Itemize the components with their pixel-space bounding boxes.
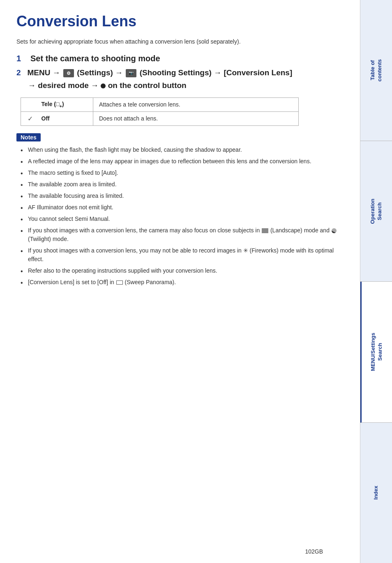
step-2-settings-text: (Settings) → bbox=[77, 68, 125, 77]
step-2-number: 2 bbox=[16, 68, 21, 77]
note-item: You cannot select Semi Manual. bbox=[21, 215, 344, 223]
landscape-icon bbox=[262, 228, 268, 233]
option-table: Tele (□+) Attaches a tele conversion len… bbox=[21, 97, 299, 126]
step-2-shooting-text: (Shooting Settings) → [Conversion Lens] bbox=[140, 68, 293, 77]
sidebar-tab-menu-settings-search[interactable]: MENU/SettingsSearch bbox=[360, 282, 392, 423]
table-row: ✓ Off Does not attach a lens. bbox=[21, 111, 299, 125]
off-label: Off bbox=[36, 111, 93, 125]
notes-header: Notes bbox=[16, 133, 41, 141]
step-2-line2: → desired mode → on the control button bbox=[28, 79, 344, 92]
shooting-settings-icon: 📷 bbox=[126, 69, 136, 77]
note-item: The available zoom area is limited. bbox=[21, 180, 344, 189]
sidebar-tab-label: Index bbox=[373, 486, 380, 500]
checkmark-icon: ✓ bbox=[28, 115, 33, 122]
step-1-number: 1 bbox=[16, 54, 28, 63]
note-item: [Conversion Lens] is set to [Off] in (Sw… bbox=[21, 278, 344, 287]
notes-section: Notes When using the flash, the flash li… bbox=[16, 133, 344, 287]
sidebar-tab-label: Table ofcontents bbox=[369, 59, 383, 81]
notes-list: When using the flash, the flash light ma… bbox=[21, 146, 344, 287]
sweep-panorama-icon bbox=[116, 280, 123, 285]
note-item: When using the flash, the flash light ma… bbox=[21, 146, 344, 154]
note-item: The macro setting is fixed to [Auto]. bbox=[21, 169, 344, 177]
circle-icon bbox=[101, 83, 106, 88]
step-2: 2 MENU → ⚙ (Settings) → 📷 (Shooting Sett… bbox=[16, 67, 344, 92]
step-1-text: Set the camera to shooting mode bbox=[30, 54, 160, 63]
note-item: The available focusing area is limited. bbox=[21, 192, 344, 200]
sidebar-tab-label: OperationSearch bbox=[369, 199, 383, 224]
note-item: If you shoot images with a conversion le… bbox=[21, 226, 344, 243]
off-description: Does not attach a lens. bbox=[93, 111, 299, 125]
main-content: Conversion Lens Sets for achieving appro… bbox=[0, 0, 360, 563]
step-2-line1: 2 MENU → ⚙ (Settings) → 📷 (Shooting Sett… bbox=[16, 67, 344, 79]
step-2-menu: MENU → bbox=[27, 68, 62, 77]
sidebar-tab-index[interactable]: Index bbox=[360, 423, 392, 563]
intro-text: Sets for achieving appropriate focus whe… bbox=[16, 38, 344, 45]
note-item: A reflected image of the lens may appear… bbox=[21, 157, 344, 166]
note-item: If you shoot images with a conversion le… bbox=[21, 246, 344, 264]
off-icon-cell: ✓ bbox=[21, 111, 36, 125]
sidebar: Table ofcontents OperationSearch MENU/Se… bbox=[360, 0, 392, 563]
note-item: AF Illuminator does not emit light. bbox=[21, 203, 344, 212]
tele-description: Attaches a tele conversion lens. bbox=[93, 97, 299, 111]
tele-label: Tele (□+) bbox=[36, 97, 93, 111]
page-title: Conversion Lens bbox=[16, 12, 344, 30]
tele-icon-cell bbox=[21, 97, 36, 111]
table-row: Tele (□+) Attaches a tele conversion len… bbox=[21, 97, 299, 111]
sidebar-tab-label: MENU/SettingsSearch bbox=[370, 333, 384, 371]
settings-icon: ⚙ bbox=[63, 69, 74, 77]
sidebar-tab-table-of-contents[interactable]: Table ofcontents bbox=[360, 0, 392, 141]
step-1: 1 Set the camera to shooting mode bbox=[16, 54, 344, 63]
sidebar-tab-operation-search[interactable]: OperationSearch bbox=[360, 141, 392, 282]
note-item: Refer also to the operating instructions… bbox=[21, 266, 344, 275]
page-number: 102GB bbox=[305, 548, 323, 555]
twilight-icon: ▶ bbox=[332, 228, 337, 233]
